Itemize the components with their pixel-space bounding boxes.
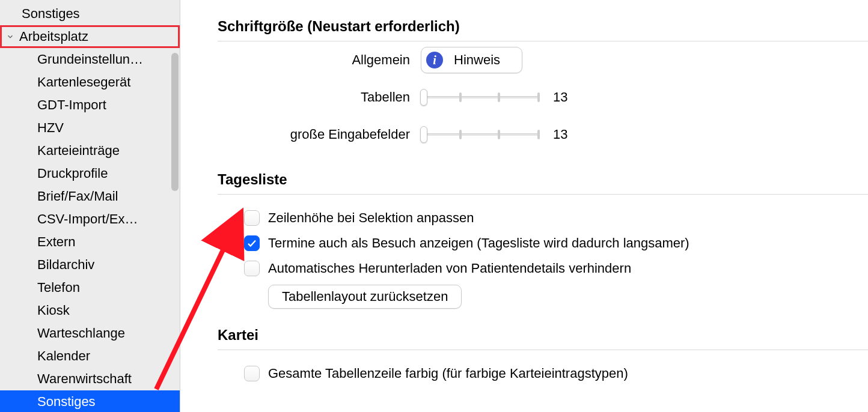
sidebar-item-label: Kartenlesegerät bbox=[37, 74, 130, 90]
section-heading-kartei: Kartei bbox=[180, 309, 868, 350]
check-icon bbox=[246, 238, 257, 249]
section-heading-tagesliste: Tagesliste bbox=[180, 153, 868, 194]
sidebar-item-kiosk[interactable]: Kiosk bbox=[0, 299, 180, 322]
slider-thumb[interactable] bbox=[420, 126, 427, 143]
sidebar-item-label: Kalender bbox=[37, 348, 90, 364]
checkbox-tabellenzeile-farbig[interactable] bbox=[244, 366, 260, 381]
check-row-zeilenhoehe[interactable]: Zeilenhöhe bei Selektion anpassen bbox=[244, 205, 868, 231]
sidebar-scrollbar-thumb[interactable] bbox=[171, 53, 179, 191]
sidebar-item-label: Grundeinstellun… bbox=[37, 52, 143, 67]
sidebar-item-karteieintr-ge[interactable]: Karteieinträge bbox=[0, 139, 180, 162]
slider-thumb[interactable] bbox=[420, 89, 427, 106]
sidebar-item-brief-fax-mail[interactable]: Brief/Fax/Mail bbox=[0, 185, 180, 208]
label-allgemein: Allgemein bbox=[180, 52, 421, 68]
sidebar-item-label: CSV-Import/Ex… bbox=[37, 211, 138, 227]
check-row-tabellenzeile-farbig[interactable]: Gesamte Tabellenzeile farbig (für farbig… bbox=[244, 361, 868, 386]
sidebar-list: SonstigesArbeitsplatzGrundeinstellun…Kar… bbox=[0, 0, 180, 412]
sidebar-item-label: Extern bbox=[37, 234, 76, 250]
checkbox-zeilenhoehe[interactable] bbox=[244, 210, 260, 226]
sidebar-item-warenwirtschaft[interactable]: Warenwirtschaft bbox=[0, 368, 180, 390]
check-row-auto-download[interactable]: Automatisches Herunterladen von Patiente… bbox=[244, 256, 868, 281]
hint-button[interactable]: i Hinweis bbox=[421, 47, 522, 73]
sidebar-item-label: Sonstiges bbox=[37, 394, 96, 410]
check-label: Automatisches Herunterladen von Patiente… bbox=[268, 261, 631, 276]
sidebar-item-druckprofile[interactable]: Druckprofile bbox=[0, 162, 180, 185]
label-tabellen: Tabellen bbox=[180, 89, 421, 105]
sidebar: SonstigesArbeitsplatzGrundeinstellun…Kar… bbox=[0, 0, 180, 412]
sidebar-item-arbeitsplatz[interactable]: Arbeitsplatz bbox=[0, 25, 180, 48]
sidebar-item-label: Karteieinträge bbox=[37, 143, 120, 159]
tagesliste-group: Zeilenhöhe bei Selektion anpassen Termin… bbox=[180, 195, 868, 309]
sidebar-item-sonstiges[interactable]: Sonstiges bbox=[0, 390, 180, 412]
sidebar-item-hzv[interactable]: HZV bbox=[0, 117, 180, 139]
sidebar-item-grundeinstellun-[interactable]: Grundeinstellun… bbox=[0, 48, 180, 71]
slider-eingabefelder[interactable] bbox=[421, 127, 540, 142]
sidebar-item-label: Kiosk bbox=[37, 303, 70, 318]
checkbox-auto-download[interactable] bbox=[244, 261, 260, 276]
label-eingabefelder: große Eingabefelder bbox=[180, 127, 421, 142]
sidebar-item-label: GDT-Import bbox=[37, 97, 106, 113]
check-row-termine-besuch[interactable]: Termine auch als Besuch anzeigen (Tagesl… bbox=[244, 231, 868, 256]
row-tabellen: Tabellen 13 bbox=[180, 79, 868, 116]
sidebar-item-bildarchiv[interactable]: Bildarchiv bbox=[0, 253, 180, 276]
sidebar-item-gdt-import[interactable]: GDT-Import bbox=[0, 94, 180, 117]
main-panel: Schriftgröße (Neustart erforderlich) All… bbox=[180, 0, 868, 412]
check-label: Gesamte Tabellenzeile farbig (für farbig… bbox=[268, 366, 628, 381]
row-allgemein: Allgemein i Hinweis bbox=[180, 41, 868, 79]
sidebar-scrollbar[interactable] bbox=[171, 53, 179, 233]
info-icon: i bbox=[426, 52, 443, 68]
row-eingabefelder: große Eingabefelder 13 bbox=[180, 116, 868, 153]
sidebar-item-warteschlange[interactable]: Warteschlange bbox=[0, 322, 180, 345]
hint-button-label: Hinweis bbox=[454, 52, 500, 68]
sidebar-item-telefon[interactable]: Telefon bbox=[0, 276, 180, 299]
sidebar-item-label: Sonstiges bbox=[22, 6, 80, 22]
sidebar-item-kalender[interactable]: Kalender bbox=[0, 345, 180, 368]
sidebar-item-label: Arbeitsplatz bbox=[19, 29, 88, 44]
sidebar-item-label: HZV bbox=[37, 120, 64, 136]
check-label: Termine auch als Besuch anzeigen (Tagesl… bbox=[268, 235, 689, 251]
sidebar-item-label: Telefon bbox=[37, 280, 80, 295]
check-label: Zeilenhöhe bei Selektion anpassen bbox=[268, 210, 474, 226]
sidebar-item-extern[interactable]: Extern bbox=[0, 231, 180, 253]
slider-tabellen-value: 13 bbox=[553, 89, 567, 105]
slider-eingabe-value: 13 bbox=[553, 127, 567, 142]
sidebar-item-label: Warteschlange bbox=[37, 326, 125, 341]
slider-tabellen[interactable] bbox=[421, 89, 540, 105]
checkbox-termine-besuch[interactable] bbox=[244, 235, 260, 251]
sidebar-item-sonstiges[interactable]: Sonstiges bbox=[0, 2, 180, 25]
kartei-group: Gesamte Tabellenzeile farbig (für farbig… bbox=[180, 350, 868, 386]
sidebar-item-kartenleseger-t[interactable]: Kartenlesegerät bbox=[0, 71, 180, 94]
reset-table-layout-button[interactable]: Tabellenlayout zurücksetzen bbox=[268, 285, 462, 309]
sidebar-item-label: Warenwirtschaft bbox=[37, 371, 132, 387]
section-heading-fontsize: Schriftgröße (Neustart erforderlich) bbox=[180, 0, 868, 41]
chevron-down-icon bbox=[6, 29, 16, 44]
sidebar-item-label: Brief/Fax/Mail bbox=[37, 189, 118, 204]
sidebar-item-csv-import-ex-[interactable]: CSV-Import/Ex… bbox=[0, 208, 180, 231]
sidebar-item-label: Druckprofile bbox=[37, 166, 108, 181]
sidebar-item-label: Bildarchiv bbox=[37, 257, 94, 273]
